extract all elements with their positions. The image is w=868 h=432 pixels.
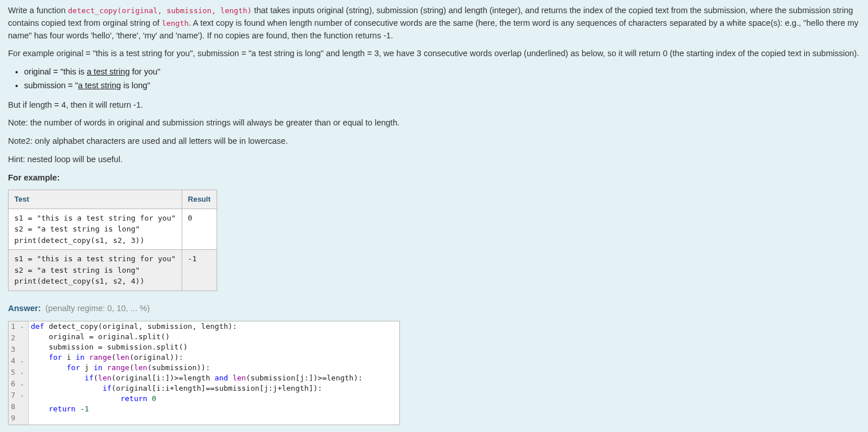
cell-result: 0 xyxy=(182,209,217,250)
note1: Note: the number of words in original an… xyxy=(8,117,860,129)
table-row: s1 = "this is a test string for you" s2 … xyxy=(9,250,217,291)
note2: Note2: only alphabet characters are used… xyxy=(8,135,860,148)
length-code: length xyxy=(162,19,188,28)
cell-test: s1 = "this is a test string for you" s2 … xyxy=(9,250,182,291)
line-gutter: 1 ▾2 3 4 ▾5 ▾6 ▾7 ▾8 9 xyxy=(9,321,29,425)
example-list: original = "this is a test string for yo… xyxy=(8,66,860,92)
th-test: Test xyxy=(9,190,182,209)
code-editor[interactable]: 1 ▾2 3 4 ▾5 ▾6 ▾7 ▾8 9 def detect_copy(o… xyxy=(8,321,400,425)
cell-test: s1 = "this is a test string for you" s2 … xyxy=(9,209,182,250)
intro-paragraph: Write a function detect_copy(original, s… xyxy=(8,5,860,42)
underline-submission: a test string xyxy=(78,81,121,90)
table-row: s1 = "this is a test string for you" s2 … xyxy=(9,209,217,250)
bullet-original: original = "this is a test string for yo… xyxy=(24,66,860,78)
code-content[interactable]: def detect_copy(original, submission, le… xyxy=(29,321,365,425)
hint: Hint: nested loop will be useful. xyxy=(8,154,860,166)
intro-pre: Write a function xyxy=(8,6,68,15)
example-paragraph: For example original = "this is a test s… xyxy=(8,48,860,60)
example-table: Test Result s1 = "this is a test string … xyxy=(8,190,217,291)
underline-original: a test string xyxy=(87,67,130,76)
for-example-label: For example: xyxy=(8,172,860,184)
bullet-submission: submission = "a test string is long" xyxy=(24,80,860,92)
function-signature: detect_copy(original, submission, length… xyxy=(68,6,252,15)
th-result: Result xyxy=(182,190,217,209)
length4-paragraph: But if length = 4, then it will return -… xyxy=(8,99,860,112)
penalty-regime: (penalty regime: 0, 10, ... %) xyxy=(45,304,150,313)
answer-label: Answer: (penalty regime: 0, 10, ... %) xyxy=(8,303,860,315)
cell-result: -1 xyxy=(182,250,217,291)
